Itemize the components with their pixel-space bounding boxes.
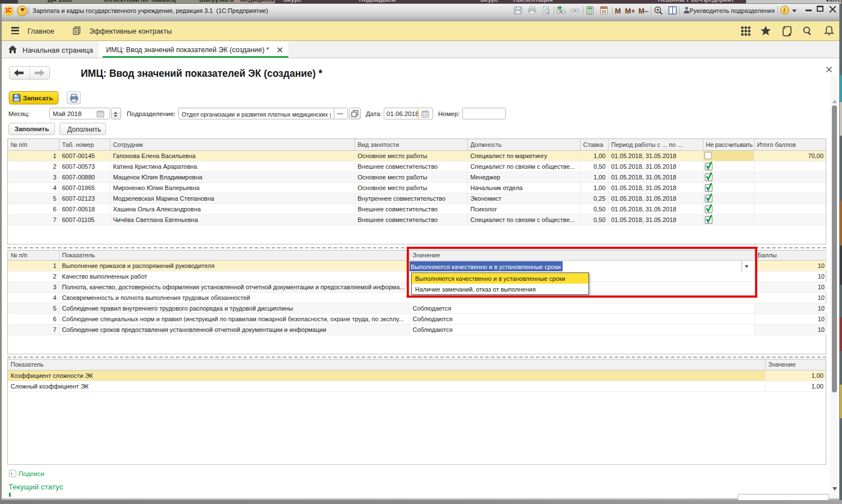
svg-text:31: 31	[601, 9, 606, 14]
